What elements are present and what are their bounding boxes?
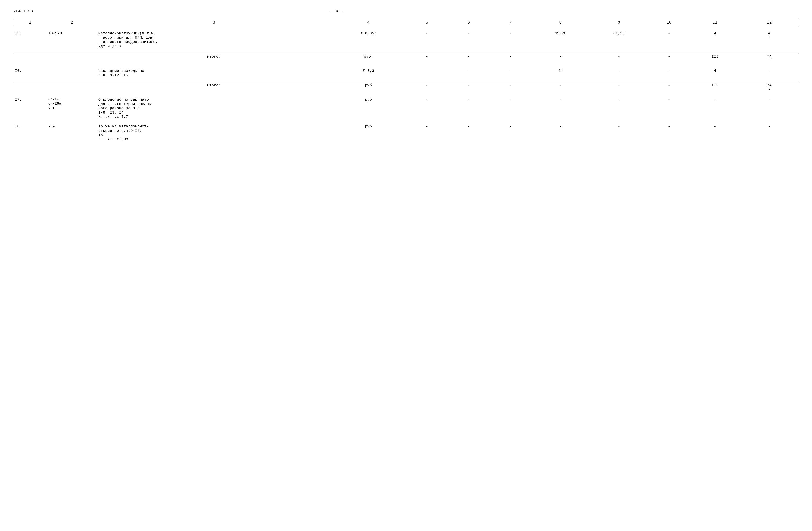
col-header-4: 4 — [331, 18, 406, 27]
row16-col4: % 8,3 — [331, 68, 406, 78]
row15-col11: 4 — [690, 30, 740, 49]
doc-id: 704-I-53 — [14, 9, 33, 14]
row16-col2 — [47, 68, 97, 78]
row15-col1: I5. — [14, 30, 47, 49]
row16-col9: - — [590, 68, 648, 78]
itogo16-col11: II5 — [690, 82, 740, 93]
row17-col12: - — [740, 97, 798, 120]
itogo16-col12: 74 - — [740, 82, 798, 93]
itogo16-label: итого: — [97, 82, 331, 93]
row16-col1: I6. — [14, 68, 47, 78]
itogo16-col4: руб — [331, 82, 406, 93]
row17-col9: - — [590, 97, 648, 120]
row15-col2: I3-279 — [47, 30, 97, 49]
col-header-5: 5 — [406, 18, 448, 27]
row17-col5: - — [406, 97, 448, 120]
row16-col10: - — [648, 68, 690, 78]
table-row: I8. -"- То же на металлоконст- рукции по… — [14, 123, 798, 142]
itogo15-col9: - — [590, 53, 648, 64]
spacer-row — [14, 142, 798, 146]
itogo15-col5: - — [406, 53, 448, 64]
row15-col5: - — [406, 30, 448, 49]
row17-col8: - — [531, 97, 590, 120]
row18-col5: - — [406, 123, 448, 142]
row16-col12: - — [740, 68, 798, 78]
col-header-3: 3 — [97, 18, 331, 27]
row15-col8: 62,70 — [531, 30, 590, 49]
row18-col1: I8. — [14, 123, 47, 142]
row17-col11: - — [690, 97, 740, 120]
row17-col3: Отклонение по зарплате для ....го террит… — [97, 97, 331, 120]
itogo16-col6: - — [448, 82, 490, 93]
itogo15-col12: 74 - — [740, 53, 798, 64]
itogo15-col6: - — [448, 53, 490, 64]
row17-col7: - — [490, 97, 531, 120]
row18-col6: - — [448, 123, 490, 142]
spacer-row — [14, 27, 798, 30]
itogo16-col10: - — [648, 82, 690, 93]
row18-col8: - — [531, 123, 590, 142]
itogo-row-16: итого: руб - - - - - - II5 74 - — [14, 82, 798, 93]
table-row: I6. Накладные расходы по п.п. 9-I2; I5 %… — [14, 68, 798, 78]
row18-col11: - — [690, 123, 740, 142]
itogo16-col7: - — [490, 82, 531, 93]
page-header: 704-I-53 - 98 - — [14, 9, 798, 14]
row15-col6: - — [448, 30, 490, 49]
main-table: I 2 3 4 5 6 7 8 9 IO II I2 I5. I3-279 Ме… — [14, 18, 798, 146]
itogo15-col10: - — [648, 53, 690, 64]
itogo16-col8: - — [531, 82, 590, 93]
row16-col6: - — [448, 68, 490, 78]
row15-col9: 6I,20 — [590, 30, 648, 49]
itogo15-label: итого: — [97, 53, 331, 64]
itogo15-col4: руб. — [331, 53, 406, 64]
row15-col3: Металлоконструкции(в т.ч. воротники для … — [97, 30, 331, 49]
row16-col11: 4 — [690, 68, 740, 78]
row17-col2: 04-I-I оч-28а, б,в — [47, 97, 97, 120]
row16-col7: - — [490, 68, 531, 78]
row15-col10: - — [648, 30, 690, 49]
page-number: - 98 - — [330, 9, 345, 14]
column-headers: I 2 3 4 5 6 7 8 9 IO II I2 — [14, 18, 798, 27]
row18-col10: - — [648, 123, 690, 142]
spacer-row — [14, 93, 798, 97]
table-row: I5. I3-279 Металлоконструкции(в т.ч. вор… — [14, 30, 798, 49]
row16-col8: 44 — [531, 68, 590, 78]
row18-col3: То же на металлоконст- рукции по п.п.9-I… — [97, 123, 331, 142]
spacer-row — [14, 49, 798, 53]
row18-col2: -"- — [47, 123, 97, 142]
col-header-9: 9 — [590, 18, 648, 27]
spacer-row — [14, 120, 798, 123]
itogo15-col7: - — [490, 53, 531, 64]
itogo16-col9: - — [590, 82, 648, 93]
itogo-row-15: итого: руб. - - - - - - III 74 - — [14, 53, 798, 64]
row17-col6: - — [448, 97, 490, 120]
itogo15-col11: III — [690, 53, 740, 64]
col-header-12: I2 — [740, 18, 798, 27]
itogo16-col5: - — [406, 82, 448, 93]
row17-col10: - — [648, 97, 690, 120]
row15-col7: - — [490, 30, 531, 49]
col-header-6: 6 — [448, 18, 490, 27]
col-header-8: 8 — [531, 18, 590, 27]
row18-col7: - — [490, 123, 531, 142]
spacer-row — [14, 64, 798, 68]
itogo15-col8: - — [531, 53, 590, 64]
col-header-11: II — [690, 18, 740, 27]
row17-col1: I7. — [14, 97, 47, 120]
row18-col4: руб — [331, 123, 406, 142]
row15-col12: 4 - — [740, 30, 798, 49]
col-header-10: IO — [648, 18, 690, 27]
row17-col4: руб — [331, 97, 406, 120]
col-header-7: 7 — [490, 18, 531, 27]
row16-col5: - — [406, 68, 448, 78]
table-row: I7. 04-I-I оч-28а, б,в Отклонение по зар… — [14, 97, 798, 120]
row16-col3: Накладные расходы по п.п. 9-I2; I5 — [97, 68, 331, 78]
row15-col4: т 0,057 — [331, 30, 406, 49]
col-header-2: 2 — [47, 18, 97, 27]
spacer-row — [14, 78, 798, 82]
col-header-1: I — [14, 18, 47, 27]
row18-col9: - — [590, 123, 648, 142]
row18-col12: - — [740, 123, 798, 142]
